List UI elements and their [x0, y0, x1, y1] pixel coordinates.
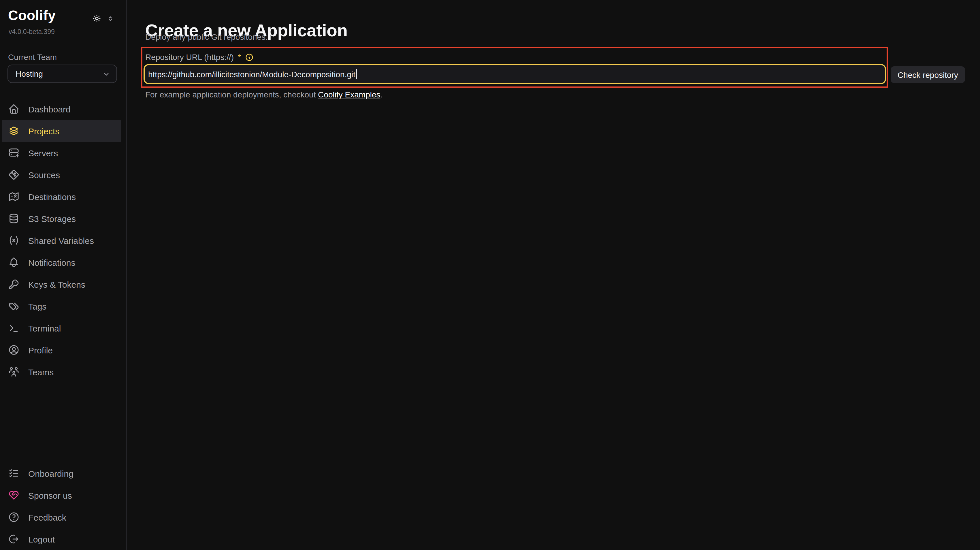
user-circle-icon: [8, 344, 20, 356]
sidebar-top-icons: [92, 14, 114, 23]
map-icon: [8, 191, 20, 202]
variable-icon: [8, 235, 20, 246]
sidebar-item-profile[interactable]: Profile: [2, 339, 121, 361]
terminal-icon: [8, 322, 20, 334]
sidebar-item-dashboard[interactable]: Dashboard: [2, 98, 121, 120]
sidebar-item-destinations[interactable]: Destinations: [2, 186, 121, 208]
sidebar-item-teams[interactable]: Teams: [2, 361, 121, 383]
checklist-icon: [8, 467, 20, 479]
sidebar-item-shared-variables[interactable]: Shared Variables: [2, 229, 121, 251]
sidebar-collapse-icon[interactable]: [107, 15, 114, 22]
sidebar-item-label: Terminal: [28, 323, 61, 333]
app-logo[interactable]: Coolify: [8, 8, 56, 24]
sidebar-item-sources[interactable]: Sources: [2, 164, 121, 186]
helper-text: For example application deployments, che…: [145, 90, 382, 99]
sidebar-item-label: Keys & Tokens: [28, 279, 85, 289]
sidebar-item-keys-tokens[interactable]: Keys & Tokens: [2, 273, 121, 295]
home-icon: [8, 103, 20, 115]
sidebar-item-label: Dashboard: [28, 104, 71, 114]
logout-icon: [8, 533, 20, 545]
help-circle-icon: [8, 511, 20, 523]
sidebar-item-projects[interactable]: Projects: [2, 120, 121, 142]
sidebar-footer-nav: OnboardingSponsor usFeedbackLogout: [0, 463, 126, 550]
required-asterisk: *: [238, 52, 241, 62]
sidebar-item-label: Shared Variables: [28, 235, 94, 245]
sidebar-item-label: Feedback: [28, 512, 66, 522]
sidebar-item-terminal[interactable]: Terminal: [2, 317, 121, 339]
sidebar-item-label: Sources: [28, 170, 60, 180]
helper-suffix: .: [380, 90, 383, 99]
sidebar-item-label: Sponsor us: [28, 490, 72, 500]
check-repository-button[interactable]: Check repository: [891, 66, 965, 83]
team-select[interactable]: Hosting: [8, 65, 117, 83]
coolify-examples-link[interactable]: Coolify Examples: [318, 90, 380, 99]
sidebar-item-tags[interactable]: Tags: [2, 295, 121, 317]
bell-icon: [8, 256, 20, 268]
sidebar-item-servers[interactable]: Servers: [2, 142, 121, 164]
users-group-icon: [8, 366, 20, 378]
sidebar-item-notifications[interactable]: Notifications: [2, 251, 121, 273]
repository-url-input[interactable]: https://github.com/illicitestonion/Modul…: [143, 64, 886, 84]
tags-icon: [8, 300, 20, 312]
chevron-down-icon: [102, 70, 111, 78]
repository-url-label-row: Repository URL (https://) *: [145, 52, 254, 62]
database-icon: [8, 213, 20, 224]
sidebar-item-label: Projects: [28, 126, 59, 136]
sidebar-item-label: S3 Storages: [28, 214, 76, 223]
layers-icon: [8, 125, 20, 137]
repository-url-value: https://github.com/illicitestonion/Modul…: [148, 70, 355, 79]
sidebar-item-onboarding[interactable]: Onboarding: [2, 463, 121, 484]
sidebar-item-label: Destinations: [28, 192, 76, 202]
current-team-label: Current Team: [8, 52, 57, 62]
page-subtitle: Deploy any public Git repositories.: [145, 32, 268, 41]
sidebar-item-label: Profile: [28, 345, 53, 355]
sidebar-item-s3-storages[interactable]: S3 Storages: [2, 208, 121, 229]
sidebar-item-label: Onboarding: [28, 469, 73, 478]
server-icon: [8, 147, 20, 159]
sidebar-item-sponsor-us[interactable]: Sponsor us: [2, 484, 121, 506]
heart-handshake-icon: [8, 490, 20, 501]
text-caret: [356, 69, 357, 79]
sidebar-item-label: Teams: [28, 367, 54, 377]
helper-prefix: For example application deployments, che…: [145, 90, 318, 99]
sidebar-item-label: Notifications: [28, 258, 75, 267]
sidebar-item-label: Tags: [28, 301, 46, 311]
team-select-value: Hosting: [16, 69, 43, 78]
info-icon[interactable]: [245, 53, 254, 61]
key-icon: [8, 278, 20, 290]
git-icon: [8, 169, 20, 180]
sidebar: Coolify v4.0.0-beta.399 Current Team Hos…: [0, 0, 127, 550]
sidebar-item-logout[interactable]: Logout: [2, 528, 121, 550]
sidebar-item-label: Servers: [28, 148, 58, 158]
app-window: Coolify v4.0.0-beta.399 Current Team Hos…: [0, 0, 980, 550]
app-version: v4.0.0-beta.399: [9, 28, 55, 35]
sidebar-item-label: Logout: [28, 534, 55, 544]
theme-toggle-sun-icon[interactable]: [92, 14, 102, 23]
sidebar-nav: DashboardProjectsServersSourcesDestinati…: [0, 98, 126, 383]
sidebar-item-feedback[interactable]: Feedback: [2, 506, 121, 528]
repository-url-label: Repository URL (https://): [145, 52, 234, 62]
